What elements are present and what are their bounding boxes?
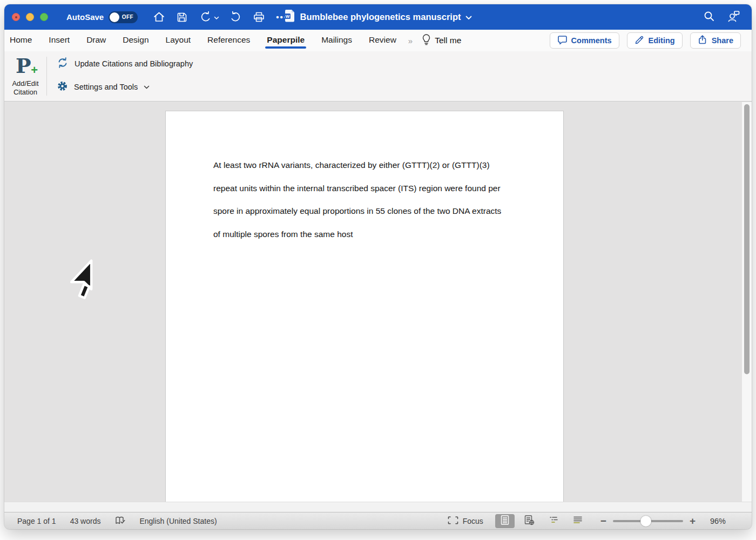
ellipsis-icon: ••• [276, 12, 288, 22]
tab-review[interactable]: Review [369, 33, 396, 49]
add-edit-citation-button[interactable]: P + Add/Edit Citation [4, 53, 46, 98]
spellcheck-icon[interactable] [114, 515, 125, 527]
document-line[interactable]: spore in approximately equal proportions… [213, 202, 515, 226]
status-bar: Page 1 of 1 43 words English (United Sta… [4, 512, 752, 529]
redo-button[interactable] [228, 10, 242, 24]
autosave-state: OFF [122, 14, 134, 20]
editing-label: Editing [649, 36, 675, 45]
page-count[interactable]: Page 1 of 1 [17, 517, 56, 525]
settings-tools-button[interactable]: Settings and Tools [57, 79, 193, 94]
zoom-percentage[interactable]: 96% [702, 517, 726, 525]
autosave-toggle-knob [110, 12, 119, 22]
undo-icon [199, 11, 212, 23]
ribbon-group-divider [46, 57, 47, 96]
tab-draw[interactable]: Draw [86, 33, 106, 49]
more-commands-button[interactable]: ••• [275, 10, 289, 24]
home-icon [153, 11, 165, 23]
tab-paperpile[interactable]: Paperpile [267, 33, 305, 49]
document-title[interactable]: Bumblebee phylogenetics manuscript [300, 12, 461, 22]
vertical-scrollbar [741, 102, 752, 502]
title-bar: AutoSave OFF [4, 4, 752, 30]
paperpile-ribbon: P + Add/Edit Citation Update Cita [4, 51, 752, 102]
document-line[interactable]: repeat units within the internal transcr… [213, 180, 515, 203]
document-canvas: At least two rRNA variants, characterize… [4, 102, 752, 512]
outline-view-icon [548, 515, 559, 526]
minimize-button[interactable] [26, 13, 34, 21]
word-count[interactable]: 43 words [70, 517, 101, 525]
search-icon[interactable] [703, 10, 715, 24]
document-line[interactable]: At least two rRNA variants, characterize… [213, 157, 515, 180]
document-line[interactable]: of multiple spores from the same host [213, 226, 515, 249]
print-icon [253, 11, 265, 23]
zoom-slider[interactable] [613, 520, 683, 522]
share-button[interactable]: Share [690, 32, 741, 49]
focus-toggle[interactable]: Focus [448, 516, 483, 526]
comment-bubble-icon [557, 35, 568, 46]
tell-me-control[interactable]: Tell me [422, 33, 461, 48]
zoom-out-button[interactable]: − [600, 516, 606, 526]
more-tabs-chevron-icon[interactable]: » [408, 36, 412, 45]
update-citations-button[interactable]: Update Citations and Bibliography [57, 56, 193, 71]
focus-label: Focus [463, 517, 483, 525]
home-button[interactable] [152, 10, 166, 24]
focus-icon [448, 516, 458, 526]
tab-home[interactable]: Home [10, 33, 32, 49]
print-layout-icon [500, 515, 510, 527]
print-layout-view-button[interactable] [495, 514, 515, 528]
pencil-icon [634, 35, 645, 46]
editing-button[interactable]: Editing [627, 32, 683, 49]
autosave-label: AutoSave [66, 12, 104, 22]
add-edit-citation-label-1: Add/Edit [12, 79, 38, 88]
tab-mailings[interactable]: Mailings [321, 33, 352, 49]
close-button[interactable] [12, 13, 20, 21]
settings-dropdown-chevron-icon [144, 82, 150, 92]
redo-icon [230, 11, 242, 23]
title-dropdown-chevron[interactable] [465, 12, 472, 22]
undo-button[interactable] [198, 10, 212, 24]
mouse-cursor [62, 253, 104, 305]
traffic-lights [12, 13, 48, 21]
language-indicator[interactable]: English (United States) [139, 517, 217, 525]
sync-icon [57, 57, 69, 71]
tab-references[interactable]: References [207, 33, 250, 49]
tell-me-label: Tell me [435, 36, 461, 45]
save-icon [176, 11, 188, 23]
draft-view-icon [572, 515, 583, 526]
zoom-slider-thumb[interactable] [640, 516, 651, 526]
document-page[interactable]: At least two rRNA variants, characterize… [165, 111, 564, 502]
tab-insert[interactable]: Insert [49, 33, 70, 49]
print-button[interactable] [252, 10, 266, 24]
paperpile-logo-icon: P + [14, 55, 37, 78]
save-button[interactable] [175, 10, 189, 24]
lightbulb-icon [422, 33, 431, 48]
autosave-control: AutoSave OFF [66, 11, 138, 23]
add-edit-citation-label-2: Citation [12, 88, 38, 97]
horizontal-scroll-area [4, 502, 752, 512]
tab-design[interactable]: Design [123, 33, 148, 49]
word-window: AutoSave OFF [4, 4, 752, 529]
zoom-controls: − + 96% [600, 516, 726, 526]
update-citations-label: Update Citations and Bibliography [75, 59, 193, 68]
draft-view-button[interactable] [568, 514, 588, 528]
autosave-toggle[interactable]: OFF [109, 11, 138, 23]
undo-dropdown-chevron[interactable] [214, 12, 219, 22]
vertical-scrollbar-thumb[interactable] [744, 104, 750, 374]
tab-layout[interactable]: Layout [166, 33, 191, 49]
share-label: Share [712, 36, 733, 45]
comments-button[interactable]: Comments [550, 32, 619, 49]
contact-presence-icon[interactable] [727, 10, 741, 25]
zoom-in-button[interactable]: + [690, 516, 696, 526]
share-icon [698, 35, 708, 46]
web-layout-view-button[interactable] [519, 514, 539, 528]
web-layout-icon [524, 515, 535, 527]
document-paragraph[interactable]: At least two rRNA variants, characterize… [213, 157, 515, 248]
comments-label: Comments [571, 36, 612, 45]
outline-view-button[interactable] [544, 514, 563, 528]
fullscreen-button[interactable] [40, 13, 48, 21]
gear-icon [57, 80, 68, 94]
ribbon-tab-bar: Home Insert Draw Design Layout Reference… [4, 30, 752, 51]
settings-tools-label: Settings and Tools [74, 83, 138, 91]
